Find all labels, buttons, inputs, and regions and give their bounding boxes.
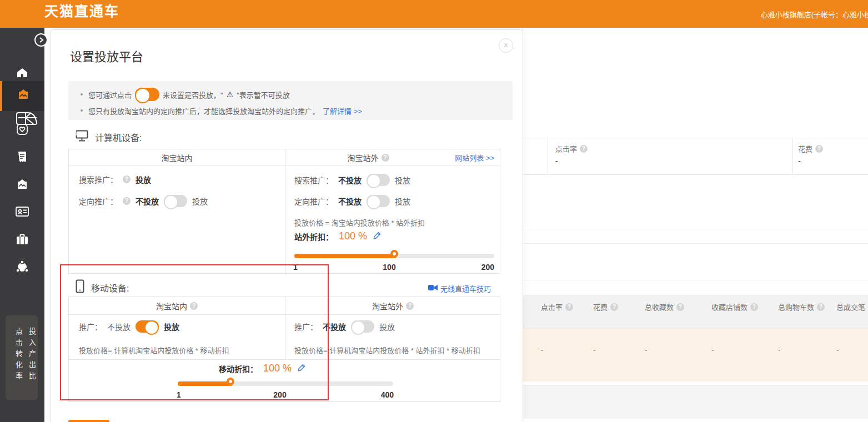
- app-header: 天猫直通车 阿里妈妈旗下产品 心雅小栈旗舰店(子帐号：心雅小栈: [0, 0, 868, 28]
- mobile-platform-table: 淘宝站内 淘宝站外 推广： 不投放 投放 投放价格= 计算机淘宝站内投放价格 *…: [68, 297, 500, 402]
- metric-click-conversion: 点击转化率: [13, 328, 24, 383]
- edit-pencil-icon[interactable]: [297, 363, 306, 374]
- scale-max: 400: [370, 390, 394, 399]
- app-title: 天猫直通车: [44, 4, 476, 129]
- help-icon[interactable]: [610, 303, 618, 311]
- close-icon[interactable]: [499, 38, 513, 53]
- stat-ctr-value: -: [555, 157, 558, 165]
- bg-divider: [523, 243, 868, 244]
- help-icon[interactable]: [580, 145, 588, 153]
- offsite-discount-slider[interactable]: [294, 254, 494, 258]
- bg-divider: [523, 229, 868, 229]
- help-icon[interactable]: [190, 302, 198, 310]
- sidebar-metrics-panel[interactable]: 点击转化率 投入产出比: [6, 315, 38, 400]
- stat-ctr: 点击率: [555, 143, 588, 154]
- report-table-footer: [522, 385, 868, 419]
- mobile-outside-promo-row: 推广： 不投放 投放: [294, 320, 395, 333]
- wireless-tips-link[interactable]: 无线直通车技巧: [428, 283, 491, 294]
- stat-cost-value: -: [798, 157, 801, 165]
- mobile-discount-slider[interactable]: [178, 381, 393, 386]
- help-icon[interactable]: [676, 303, 684, 311]
- mobile-inside-price-formula: 投放价格= 计算机淘宝站内投放价格 * 移动折扣: [79, 345, 229, 355]
- mobile-inside-promo-toggle[interactable]: [136, 320, 159, 333]
- scale-mid: 200: [268, 390, 292, 399]
- phone-icon: [76, 279, 84, 295]
- mobile-section-header: 移动设备:: [76, 279, 129, 295]
- train-logo-icon: [16, 109, 39, 131]
- mobile-outside-price-formula: 投放价格= 计算机淘宝站内投放价格 * 站外折扣 * 移动折扣: [294, 345, 480, 355]
- scale-max: 200: [472, 263, 494, 272]
- scale-mid: 100: [377, 263, 402, 272]
- column-header-taobao-outside: 淘宝站外: [285, 297, 501, 315]
- help-icon[interactable]: [750, 303, 758, 311]
- sidebar-item-audience[interactable]: [0, 254, 44, 282]
- mobile-discount-value: 100 %: [263, 363, 292, 374]
- mobile-outside-promo-toggle[interactable]: [351, 320, 374, 333]
- bg-divider: [523, 280, 868, 280]
- video-icon: [428, 284, 438, 293]
- slider-handle[interactable]: [390, 250, 398, 258]
- column-header-taobao-inside: 淘宝站内: [69, 297, 285, 315]
- report-table-row[interactable]: - - - - - -: [522, 329, 868, 381]
- stats-summary: 点击率 - 花费 -: [522, 138, 868, 175]
- stat-cost: 花费: [798, 143, 823, 154]
- metric-roi: 投入产出比: [27, 328, 37, 383]
- scale-min: 1: [177, 390, 181, 399]
- app-logo[interactable]: 天猫直通车 阿里妈妈旗下产品: [16, 4, 476, 235]
- help-icon[interactable]: [406, 302, 414, 310]
- confirm-button[interactable]: [68, 420, 109, 422]
- slider-handle[interactable]: [227, 378, 234, 385]
- users-orbit-icon: [15, 260, 29, 277]
- mobile-discount: 移动折扣： 100 %: [219, 363, 306, 374]
- app-subtitle: 阿里妈妈旗下产品: [44, 130, 476, 235]
- scale-min: 1: [293, 263, 298, 272]
- account-name[interactable]: 心雅小栈旗舰店(子帐号：心雅小栈: [761, 9, 868, 19]
- mobile-inside-promo-row: 推广： 不投放 投放: [79, 320, 179, 333]
- help-icon[interactable]: [817, 303, 825, 311]
- help-icon[interactable]: [815, 145, 823, 153]
- report-table-header: 点击率 花费 总收藏数 收藏店铺数 总购物车数 总成交笔: [522, 295, 868, 329]
- help-icon[interactable]: [565, 303, 573, 311]
- dashboard-background: 点击率 - 花费 - 点击率 花费 总收藏数 收藏店铺数 总购物车数 总成交笔 …: [522, 28, 868, 422]
